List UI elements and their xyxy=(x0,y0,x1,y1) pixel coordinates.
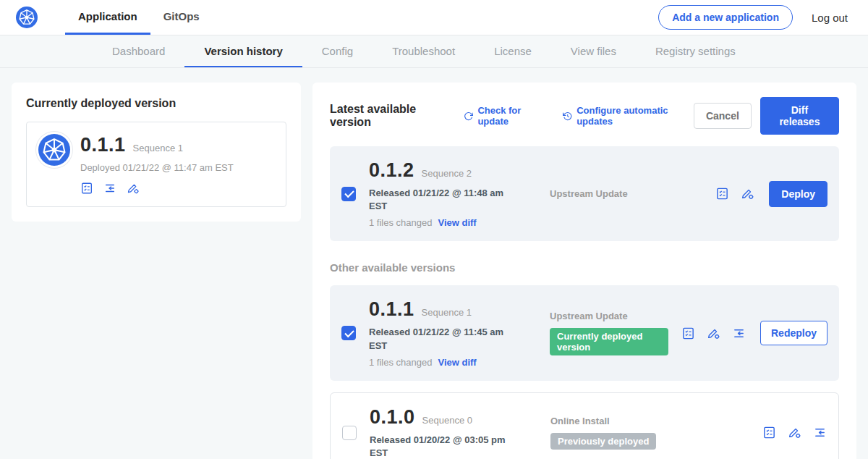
tab-application[interactable]: Application xyxy=(65,0,150,35)
diff-icon[interactable] xyxy=(813,426,827,439)
configure-auto-updates-link[interactable]: Configure automatic updates xyxy=(563,105,694,127)
deploy-button[interactable]: Deploy xyxy=(769,181,827,207)
app-subnav: Dashboard Version history Config Trouble… xyxy=(0,35,868,68)
release-notes-icon[interactable] xyxy=(681,327,695,340)
release-notes-icon[interactable] xyxy=(762,426,776,439)
version-history-header: Latest available version Check for updat… xyxy=(330,97,839,135)
version-number: 0.1.1 xyxy=(369,298,414,321)
released-timestamp: Released 01/21/22 @ 11:45 am EST xyxy=(369,326,514,352)
main-content: Currently deployed version 0.1.1 Sequenc… xyxy=(0,68,868,459)
tab-gitops[interactable]: GitOps xyxy=(150,0,213,35)
top-tabs: Application GitOps xyxy=(65,0,213,35)
edit-config-icon[interactable] xyxy=(741,187,754,201)
subtab-version-history[interactable]: Version history xyxy=(184,35,302,67)
released-timestamp: Released 01/21/22 @ 11:48 am EST xyxy=(369,187,514,213)
diff-releases-button[interactable]: Diff releases xyxy=(760,97,839,135)
edit-config-icon[interactable] xyxy=(788,426,801,439)
cancel-button[interactable]: Cancel xyxy=(694,103,752,129)
previously-deployed-badge: Previously deployed xyxy=(550,433,656,450)
version-number: 0.1.2 xyxy=(369,159,414,182)
version-number: 0.1.0 xyxy=(370,406,415,429)
subtab-registry-settings[interactable]: Registry settings xyxy=(636,35,755,67)
edit-config-icon[interactable] xyxy=(707,327,720,340)
redeploy-button[interactable]: Redeploy xyxy=(760,321,827,345)
sequence-label: Sequence 2 xyxy=(422,168,472,179)
kubernetes-app-icon xyxy=(38,134,70,166)
refresh-icon xyxy=(464,111,473,122)
version-source-label: Upstream Update xyxy=(550,188,702,199)
subtab-troubleshoot[interactable]: Troubleshoot xyxy=(373,35,475,67)
released-timestamp: Released 01/20/22 @ 03:05 pm EST xyxy=(370,434,514,459)
version-row: 0.1.2 Sequence 2 Released 01/21/22 @ 11:… xyxy=(330,146,839,241)
edit-config-icon[interactable] xyxy=(127,182,140,195)
latest-version-title: Latest available version xyxy=(330,103,448,129)
deployed-timestamp: Deployed 01/21/22 @ 11:47 am EST xyxy=(80,162,234,173)
logout-link[interactable]: Log out xyxy=(812,12,848,24)
other-versions-heading: Other available versions xyxy=(330,261,839,274)
diff-icon[interactable] xyxy=(103,182,116,195)
files-changed-label: 1 files changed xyxy=(369,357,432,368)
sequence-label: Sequence 1 xyxy=(422,307,472,318)
files-changed-label: 1 files changed xyxy=(369,217,432,228)
version-checkbox[interactable] xyxy=(341,326,356,340)
version-row: 0.1.1 Sequence 1 Released 01/21/22 @ 11:… xyxy=(330,285,839,380)
deployed-version-card: 0.1.1 Sequence 1 Deployed 01/21/22 @ 11:… xyxy=(26,122,286,207)
top-navbar: Application GitOps Add a new application… xyxy=(0,0,868,35)
view-diff-link[interactable]: View diff xyxy=(438,357,476,368)
subtab-view-files[interactable]: View files xyxy=(551,35,636,67)
diff-icon[interactable] xyxy=(732,327,746,340)
version-row: 0.1.0 Sequence 0 Released 01/20/22 @ 03:… xyxy=(330,392,839,459)
subtab-config[interactable]: Config xyxy=(302,35,373,67)
check-for-update-link[interactable]: Check for update xyxy=(464,105,547,127)
currently-deployed-badge: Currently deployed version xyxy=(550,328,668,355)
sequence-label: Sequence 0 xyxy=(422,415,472,426)
version-history-panel: Latest available version Check for updat… xyxy=(312,83,856,459)
currently-deployed-panel: Currently deployed version 0.1.1 Sequenc… xyxy=(12,83,301,222)
release-notes-icon[interactable] xyxy=(80,182,93,195)
view-diff-link[interactable]: View diff xyxy=(438,217,476,228)
subtab-dashboard[interactable]: Dashboard xyxy=(93,35,184,67)
version-checkbox[interactable] xyxy=(341,187,356,201)
deployed-sequence-label: Sequence 1 xyxy=(133,143,183,153)
auto-update-clock-icon xyxy=(563,111,572,122)
add-new-application-button[interactable]: Add a new application xyxy=(658,5,793,30)
version-source-label: Upstream Update xyxy=(550,311,668,321)
deployed-version-number: 0.1.1 xyxy=(80,134,126,156)
deployed-panel-title: Currently deployed version xyxy=(26,97,286,110)
topnav-right: Add a new application Log out xyxy=(658,0,852,35)
version-source-label: Online Install xyxy=(550,416,749,426)
subtab-license[interactable]: License xyxy=(475,35,551,67)
version-checkbox[interactable] xyxy=(342,426,357,440)
release-notes-icon[interactable] xyxy=(715,187,729,201)
kubernetes-logo-icon xyxy=(16,0,38,35)
